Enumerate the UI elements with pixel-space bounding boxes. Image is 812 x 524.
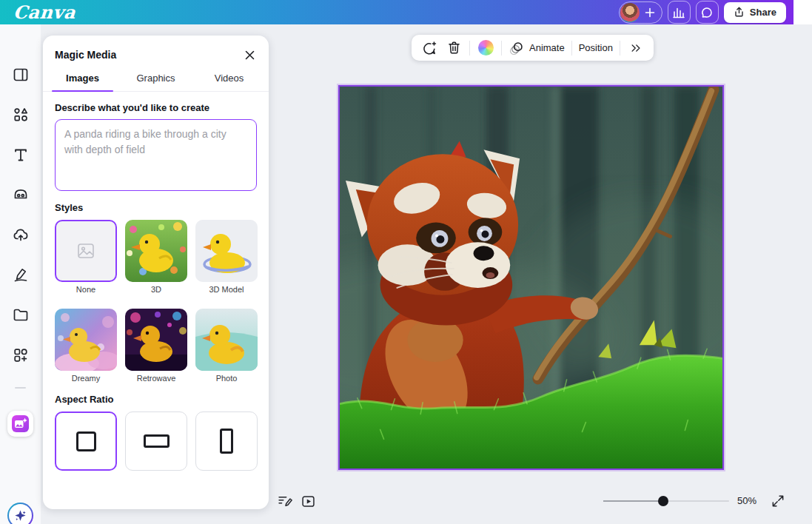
prompt-input[interactable] [55,119,257,191]
bar-chart-icon [672,6,685,19]
selected-canvas-image[interactable] [338,85,724,470]
fullscreen-button[interactable] [771,494,785,508]
style-option-none[interactable]: None [55,220,117,294]
plus-icon [644,7,656,19]
notes-pencil-icon [277,494,292,509]
sidebar-item-projects[interactable] [11,305,30,324]
aspect-option-landscape[interactable] [125,412,187,471]
trash-icon [446,40,462,56]
brand-icon [12,186,30,204]
add-member-button[interactable] [641,4,659,21]
landscape-ratio-icon [144,434,170,448]
style-option-3d-model[interactable]: 3D Model [195,220,258,294]
aspect-ratio-grid [55,412,257,471]
sidebar-item-apps[interactable] [11,346,30,365]
square-ratio-icon [76,431,96,451]
design-icon [12,66,30,84]
prompt-label: Describe what you'd like to create [55,102,257,113]
uploads-cloud-icon [12,226,30,243]
sidebar-divider [15,387,26,389]
share-label: Share [750,7,776,18]
sidebar-item-magic-media-app[interactable] [7,411,33,437]
comment-button[interactable] [420,39,438,57]
toolbar-divider [620,41,620,56]
insights-button[interactable] [668,1,691,24]
avatar[interactable] [620,3,640,22]
portrait-ratio-icon [220,429,233,454]
magic-media-panel: Magic Media Images Graphics Videos Descr… [43,36,269,509]
aspect-option-square[interactable] [55,412,117,471]
style-option-retrowave[interactable]: Retrowave [125,309,187,383]
more-tools-button[interactable] [627,39,645,57]
close-icon [244,50,255,61]
animate-icon [509,40,525,56]
style-retrowave-thumb [125,309,187,371]
style-3d-thumb [125,220,187,282]
panel-tabs: Images Graphics Videos [43,68,269,92]
style-3d-model-thumb [195,220,258,282]
color-button[interactable] [477,39,494,57]
window-gutter [793,0,812,24]
topbar-actions: Share [619,1,786,24]
sidebar-item-brand[interactable] [11,185,30,204]
animate-label: Animate [529,42,565,53]
styles-grid: None 3D [55,220,257,383]
sidebar-item-draw[interactable] [11,265,30,284]
apps-grid-icon [12,346,30,364]
sidebar-item-elements[interactable] [11,105,30,124]
close-panel-button[interactable] [242,47,257,62]
sidebar-item-uploads[interactable] [11,225,30,244]
folder-icon [12,306,30,323]
elements-icon [12,106,30,124]
style-dreamy-thumb [55,309,117,371]
present-button[interactable] [301,494,316,509]
double-chevron-right-icon [629,41,642,55]
canva-logo[interactable]: Canva [13,1,76,24]
notes-button[interactable] [277,494,292,509]
sidebar [0,24,41,524]
sidebar-item-text[interactable] [11,145,30,164]
tab-videos[interactable]: Videos [192,68,266,91]
panel-title: Magic Media [55,49,116,61]
image-placeholder-icon [76,241,95,261]
text-icon [12,146,30,164]
comments-button[interactable] [696,1,719,24]
top-bar: Canva Share [0,0,793,24]
magic-media-app-icon [12,415,29,432]
zoom-slider-thumb[interactable] [658,496,668,506]
sparkle-star-icon [13,508,27,523]
tab-graphics[interactable]: Graphics [119,68,192,91]
speech-bubble-icon [700,6,714,19]
style-option-3d[interactable]: 3D [125,220,187,294]
toolbar-divider [571,41,572,56]
sidebar-item-design[interactable] [11,65,30,84]
aspect-option-portrait[interactable] [195,412,258,471]
comment-plus-icon [421,40,437,56]
animate-button[interactable]: Animate [509,40,565,56]
context-toolbar: Animate Position [412,35,654,61]
red-panda-artwork [340,87,722,468]
toolbar-divider [501,41,502,56]
style-option-dreamy[interactable]: Dreamy [55,309,117,383]
play-presentation-icon [301,494,316,509]
style-photo-thumb [195,309,258,371]
zoom-level: 50% [737,495,756,506]
styles-label: Styles [55,202,257,213]
share-button[interactable]: Share [724,2,786,23]
color-wheel-icon [478,40,494,56]
ai-assistant-button[interactable] [7,503,33,524]
account-pill[interactable] [619,1,662,24]
toolbar-divider [469,41,470,56]
style-option-photo[interactable]: Photo [195,309,258,383]
draw-pen-icon [12,266,30,283]
tab-images[interactable]: Images [46,68,119,91]
delete-button[interactable] [445,39,463,57]
position-button[interactable]: Position [579,42,613,53]
aspect-ratio-label: Aspect Ratio [55,394,257,405]
expand-arrows-icon [771,494,785,508]
upload-share-icon [734,7,745,18]
